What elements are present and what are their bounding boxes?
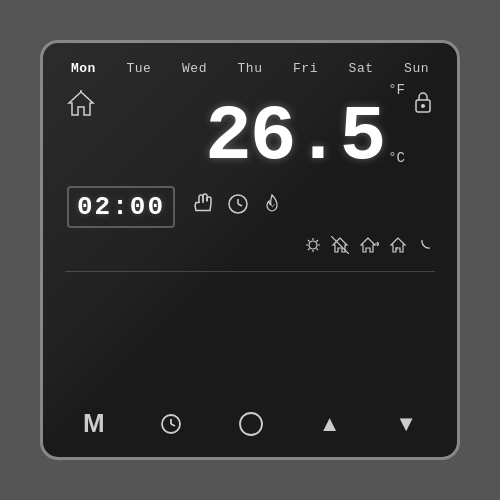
- svg-text:z: z: [395, 245, 399, 252]
- day-thu: Thu: [238, 61, 263, 76]
- day-mon: Mon: [71, 61, 96, 76]
- clock-button[interactable]: [151, 408, 191, 440]
- day-tue: Tue: [127, 61, 152, 76]
- wake-icon: [305, 237, 321, 258]
- mode-button[interactable]: M: [75, 404, 113, 443]
- up-button[interactable]: ▲: [311, 407, 349, 441]
- day-fri: Fri: [293, 61, 318, 76]
- divider: [65, 271, 435, 272]
- temperature-value: 26.5: [205, 98, 384, 176]
- temperature-area: °F 26.5 °C: [103, 82, 405, 176]
- time-icons-row: 02:00: [65, 186, 435, 228]
- svg-marker-0: [69, 92, 93, 115]
- thermostat-device: Mon Tue Wed Thu Fri Sat Sun °F 26.5 °C: [40, 40, 460, 460]
- temp-value-row: 26.5 °C: [205, 98, 405, 176]
- moon-icon: [417, 237, 433, 258]
- svg-point-3: [421, 104, 425, 108]
- down-button[interactable]: ▼: [387, 407, 425, 441]
- svg-line-14: [317, 240, 319, 242]
- svg-line-6: [238, 204, 242, 206]
- manual-mode-icon: [193, 193, 213, 221]
- day-sun: Sun: [404, 61, 429, 76]
- svg-point-7: [309, 241, 317, 249]
- unit-f-label: °F: [388, 82, 405, 98]
- heat-mode-icon: [263, 193, 281, 221]
- sleep-icon: z: [389, 236, 407, 259]
- lock-icon: [413, 90, 433, 120]
- day-wed: Wed: [182, 61, 207, 76]
- main-display: °F 26.5 °C: [65, 82, 435, 176]
- schedule-mode-icon: [227, 193, 249, 221]
- bottom-buttons: M ▲ ▼: [65, 398, 435, 443]
- svg-line-13: [317, 249, 319, 251]
- mode-icons-group: [193, 193, 281, 221]
- home-icon: [67, 90, 95, 123]
- days-row: Mon Tue Wed Thu Fri Sat Sun: [65, 61, 435, 76]
- return-icon: [359, 236, 379, 259]
- leave-icon: [331, 236, 349, 259]
- circle-button[interactable]: [230, 407, 272, 441]
- svg-line-15: [308, 249, 310, 251]
- svg-marker-18: [361, 238, 375, 252]
- schedule-icons-row: z: [65, 236, 435, 259]
- unit-c-label: °C: [388, 150, 405, 166]
- time-display: 02:00: [67, 186, 175, 228]
- svg-point-25: [240, 413, 262, 435]
- svg-line-12: [308, 240, 310, 242]
- svg-line-24: [171, 424, 175, 426]
- day-sat: Sat: [349, 61, 374, 76]
